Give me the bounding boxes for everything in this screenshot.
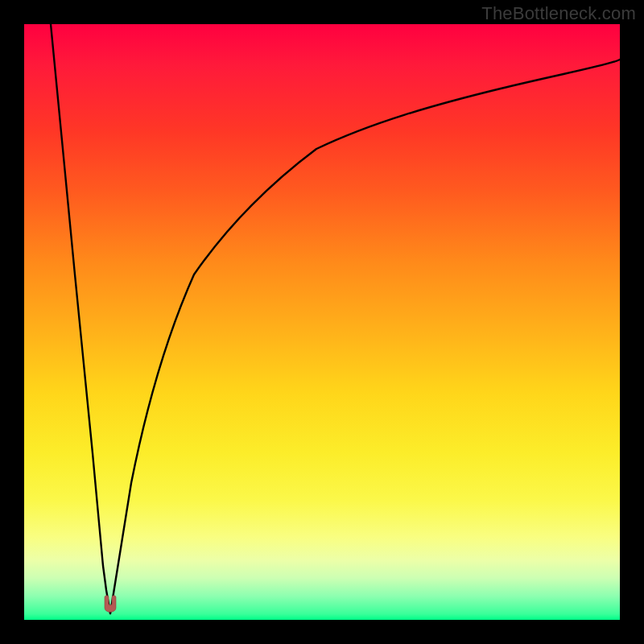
curve-left-branch — [51, 24, 110, 613]
chart-frame: TheBottleneck.com — [0, 0, 644, 644]
curve-right-branch — [110, 60, 620, 613]
plot-area — [24, 24, 620, 620]
u-lobe-icon — [105, 596, 116, 613]
bottleneck-curve — [24, 24, 620, 620]
optimum-marker — [99, 592, 122, 615]
watermark-text: TheBottleneck.com — [481, 3, 636, 24]
